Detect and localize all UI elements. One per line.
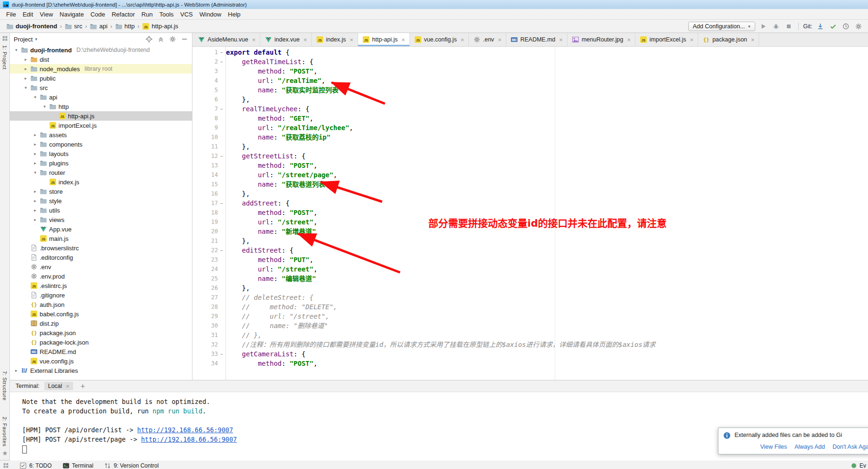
line-number[interactable]: 26− [192, 283, 225, 293]
line-number[interactable]: 17− [192, 198, 225, 208]
menu-item-navigate[interactable]: Navigate [56, 10, 87, 19]
tree-item-views[interactable]: ▸views [10, 215, 192, 224]
chevron-right-icon[interactable]: ▸ [33, 161, 38, 165]
menu-item-tools[interactable]: Tools [156, 10, 177, 19]
fold-icon[interactable]: − [219, 201, 224, 206]
chevron-right-icon[interactable]: ▸ [33, 189, 38, 194]
chevron-down-icon[interactable]: ▾ [14, 48, 19, 52]
fold-icon[interactable]: − [219, 107, 224, 112]
gear-icon[interactable] [169, 35, 176, 43]
git-commit-button[interactable] [828, 22, 838, 31]
code-line[interactable]: }, [226, 189, 868, 198]
locate-file-icon[interactable] [145, 35, 153, 43]
line-number[interactable]: 4− [192, 76, 225, 85]
line-number[interactable]: 7− [192, 104, 225, 114]
chevron-down-icon[interactable]: ▾ [33, 170, 38, 175]
menu-item-file[interactable]: File [3, 10, 19, 19]
status-item-9__Version_Control[interactable]: 9: Version Control [104, 462, 159, 469]
notification-action-2[interactable]: Don't Ask Agai [833, 444, 868, 450]
close-icon[interactable]: × [498, 37, 501, 43]
code-line[interactable]: url: "/street/page", [226, 170, 868, 180]
tab-importExcel.js[interactable]: JSimportExcel.js× [635, 33, 698, 46]
close-icon[interactable]: × [401, 37, 405, 43]
code-line[interactable]: method: "POST", [226, 208, 868, 217]
code-line[interactable]: name: "获取荔枝的ip" [226, 132, 868, 142]
code-area[interactable]: export default { getRealTimeList: { meth… [226, 47, 868, 380]
code-line[interactable]: method: "POST", [226, 359, 868, 368]
tree-item-duoji-frontend[interactable]: ▾duoji-frontendD:\zheheWeb\duoji-fronten… [10, 45, 192, 55]
tree-item-dist[interactable]: ▸dist [10, 55, 192, 64]
tree-item-assets[interactable]: ▸assets [10, 130, 192, 140]
breadcrumb-item-duoji-frontend[interactable]: duoji-frontend [5, 22, 58, 31]
line-number[interactable]: 9− [192, 123, 225, 132]
history-button[interactable] [841, 22, 851, 31]
tree-item-node_modules[interactable]: ▸node_moduleslibrary root [10, 64, 192, 74]
line-number[interactable]: 3− [192, 66, 225, 76]
fold-icon[interactable]: − [219, 352, 224, 357]
tree-item-public[interactable]: ▸public [10, 74, 192, 83]
chevron-right-icon[interactable]: ▸ [33, 142, 38, 147]
tree-item-.browserslistrc[interactable]: .browserslistrc [10, 243, 192, 253]
tree-item-http[interactable]: ▾http [10, 102, 192, 111]
line-number[interactable]: 23− [192, 255, 225, 264]
chevron-right-icon[interactable]: ▸ [23, 66, 28, 71]
code-line[interactable]: method: "GET", [226, 114, 868, 123]
add-configuration-button[interactable]: Add Configuration... ▾ [688, 22, 755, 31]
tree-item-.env[interactable]: .env [10, 262, 192, 272]
tree-item-.gitignore[interactable]: .gitignore [10, 290, 192, 300]
tree-item-App.vue[interactable]: App.vue [10, 224, 192, 234]
code-line[interactable]: // method: "DELETE", [226, 302, 868, 312]
chevron-down-icon[interactable]: ▾ [35, 37, 37, 41]
close-icon[interactable]: × [303, 37, 307, 43]
breadcrumb-item-http[interactable]: http [114, 22, 136, 31]
code-line[interactable]: realTimeLychee: { [226, 104, 868, 114]
menu-item-view[interactable]: View [36, 10, 56, 19]
tab-index.vue[interactable]: index.vue× [260, 33, 312, 46]
code-line[interactable]: }, [226, 142, 868, 151]
code-line[interactable]: getRealTimeList: { [226, 57, 868, 66]
line-number[interactable]: 27− [192, 293, 225, 302]
line-number[interactable]: 22− [192, 246, 225, 255]
tool-button-favorites[interactable]: 2: Favorites [2, 417, 8, 446]
code-line[interactable]: name: "新增巷道" [226, 227, 868, 236]
chevron-right-icon[interactable]: ▸ [23, 57, 28, 62]
code-line[interactable]: name: "获取巷道列表" [226, 180, 868, 189]
fold-icon[interactable]: − [219, 248, 224, 253]
tree-item-style[interactable]: ▸style [10, 196, 192, 206]
tree-item-main.js[interactable]: JSmain.js [10, 234, 192, 243]
close-icon[interactable]: × [751, 37, 755, 43]
code-line[interactable]: method: "POST", [226, 66, 868, 76]
notification-action-0[interactable]: View Files [760, 444, 787, 450]
status-right[interactable]: Ev [850, 462, 866, 469]
chevron-right-icon[interactable]: ▸ [33, 198, 38, 203]
tree-item-vue.config.js[interactable]: JSvue.config.js [10, 356, 192, 366]
code-line[interactable]: //注释：所有用到删除的接口都需要拼接变量id，所以请求方式采用了挂载在原型链上… [226, 340, 868, 349]
menu-item-vcs[interactable]: VCS [177, 10, 196, 19]
tab-.env[interactable]: .env× [469, 33, 506, 46]
chevron-right-icon[interactable]: ▸ [33, 208, 38, 213]
menu-item-code[interactable]: Code [87, 10, 108, 19]
collapse-all-icon[interactable] [157, 35, 165, 43]
hide-panel-icon[interactable] [181, 35, 188, 43]
settings-button[interactable] [854, 22, 863, 31]
tree-item-dist.zip[interactable]: dist.zip [10, 319, 192, 328]
line-number[interactable]: 6− [192, 95, 225, 104]
line-number[interactable]: 1− [192, 48, 225, 57]
line-number[interactable]: 21− [192, 236, 225, 246]
tree-item-components[interactable]: ▸components [10, 140, 192, 149]
tool-button-project[interactable]: 1: Project [2, 45, 8, 69]
tree-item-plugins[interactable]: ▸plugins [10, 158, 192, 168]
tree-item-store[interactable]: ▸store [10, 187, 192, 196]
breadcrumb-item-api[interactable]: api [88, 22, 108, 31]
tree-item-.env.prod[interactable]: .env.prod [10, 272, 192, 281]
project-tree[interactable]: ▾duoji-frontendD:\zheheWeb\duoji-fronten… [10, 45, 192, 380]
tab-README.md[interactable]: MDREADME.md× [506, 33, 568, 46]
tree-item-router[interactable]: ▾router [10, 168, 192, 177]
tree-item-.editorconfig[interactable]: .editorconfig [10, 253, 192, 262]
menu-item-help[interactable]: Help [225, 10, 244, 19]
close-icon[interactable]: × [66, 383, 70, 389]
line-number[interactable]: 14− [192, 170, 225, 180]
breadcrumb-item-src[interactable]: src [63, 22, 83, 31]
code-line[interactable]: // }, [226, 330, 868, 340]
line-number[interactable]: 34− [192, 359, 225, 368]
